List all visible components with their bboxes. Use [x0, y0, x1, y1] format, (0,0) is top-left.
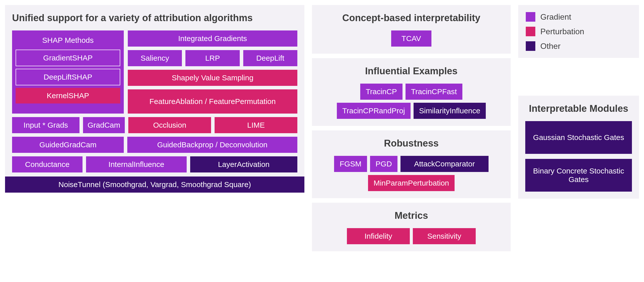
deeplift-shap-cell: DeepLiftSHAP — [16, 69, 120, 85]
similarity-influence-cell: SimilarityInfluence — [414, 103, 486, 119]
gradient-shap-cell: GradientSHAP — [16, 50, 120, 66]
kernel-shap-cell: KernelSHAP — [16, 88, 120, 103]
feature-ablation-cell: FeatureAblation / FeaturePermutation — [128, 89, 297, 114]
occlusion-cell: Occlusion — [128, 117, 211, 133]
gradcam-cell: GradCam — [83, 117, 125, 133]
legend-perturbation: Perturbation — [526, 27, 631, 36]
middle-column: Concept-based interpretability TCAV Infl… — [312, 5, 511, 251]
input-grads-cell: Input * Grads — [12, 117, 79, 133]
saliency-cell: Saliency — [128, 50, 182, 66]
attribution-column: Unified support for a variety of attribu… — [5, 5, 304, 251]
attack-comparator-cell: AttackComparator — [400, 156, 489, 172]
concept-panel: Concept-based interpretability TCAV — [312, 5, 511, 54]
guided-backprop-cell: GuidedBackprop / Deconvolution — [127, 137, 297, 153]
lime-cell: LIME — [215, 117, 297, 133]
gaussian-gates-cell: Gaussian Stochastic Gates — [525, 121, 632, 154]
modules-panel: Interpretable Modules Gaussian Stochasti… — [518, 96, 639, 199]
shap-methods-group: SHAP Methods GradientSHAP DeepLiftSHAP K… — [12, 30, 124, 114]
noise-tunnel-cell: NoiseTunnel (Smoothgrad, Vargrad, Smooth… — [5, 177, 304, 193]
tcav-cell: TCAV — [391, 30, 431, 47]
guided-gradcam-cell: GuidedGradCam — [12, 137, 124, 153]
legend-gradient-label: Gradient — [540, 12, 571, 22]
tracincp-randproj-cell: TracinCPRandProj — [337, 103, 411, 119]
legend-panel: Gradient Perturbation Other — [518, 5, 639, 58]
internal-influence-cell: InternalInfluence — [86, 156, 187, 172]
shapely-sampling-cell: Shapely Value Sampling — [128, 70, 297, 86]
tracincp-fast-cell: TracinCPFast — [406, 84, 462, 100]
perturbation-swatch — [526, 27, 535, 36]
gradient-swatch — [526, 12, 535, 22]
legend-gradient: Gradient — [526, 12, 631, 22]
concept-title: Concept-based interpretability — [319, 13, 504, 23]
attribution-right-group: Integrated Gradients Saliency LRP DeepLi… — [128, 30, 297, 114]
legend-perturbation-label: Perturbation — [540, 27, 584, 36]
metrics-title: Metrics — [319, 210, 504, 221]
robustness-title: Robustness — [319, 138, 504, 149]
legend-other-label: Other — [540, 42, 560, 51]
integrated-gradients-cell: Integrated Gradients — [128, 30, 297, 47]
pgd-cell: PGD — [370, 156, 397, 172]
min-param-perturbation-cell: MinParamPerturbation — [368, 175, 455, 191]
attribution-panel: Unified support for a variety of attribu… — [5, 5, 304, 177]
conductance-cell: Conductance — [12, 156, 83, 172]
legend-other: Other — [526, 41, 631, 51]
sensitivity-cell: Sensitivity — [413, 228, 476, 244]
fgsm-cell: FGSM — [334, 156, 367, 172]
diagram-root: Unified support for a variety of attribu… — [5, 5, 639, 251]
right-column: Gradient Perturbation Other Interpretabl… — [518, 5, 639, 251]
influential-panel: Influential Examples TracinCP TracinCPFa… — [312, 58, 511, 126]
lrp-cell: LRP — [185, 50, 239, 66]
infidelity-cell: Infidelity — [347, 228, 410, 244]
robustness-panel: Robustness FGSM PGD AttackComparator Min… — [312, 130, 511, 198]
layer-activation-cell: LayerActivation — [190, 156, 297, 172]
binary-gates-cell: Binary Concrete Stochastic Gates — [525, 159, 632, 192]
tracincp-cell: TracinCP — [360, 84, 403, 100]
deeplift-cell: DeepLift — [243, 50, 297, 66]
shap-header: SHAP Methods — [16, 34, 120, 47]
modules-title: Interpretable Modules — [525, 103, 632, 114]
influential-title: Influential Examples — [319, 66, 504, 77]
other-swatch — [526, 41, 535, 51]
attribution-title: Unified support for a variety of attribu… — [12, 13, 297, 23]
metrics-panel: Metrics Infidelity Sensitivity — [312, 203, 511, 251]
